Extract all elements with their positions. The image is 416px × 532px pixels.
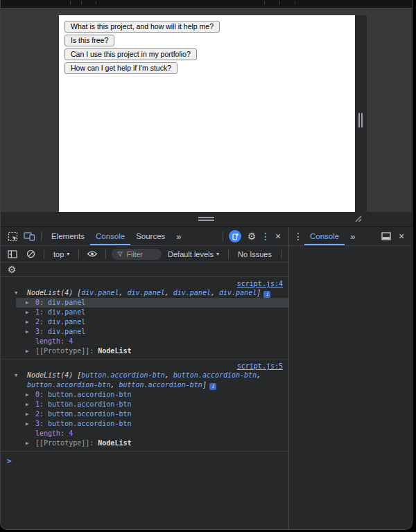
nodelist-items: ▶0:div.panel ▶1:div.panel ▶2:div.panel bbox=[1, 298, 288, 337]
preview-segment: , bbox=[165, 289, 173, 296]
preview-segment: button.accordion-btn bbox=[119, 381, 202, 389]
accordion-button[interactable]: Is this free? bbox=[64, 35, 114, 46]
info-badge-icon[interactable]: i bbox=[209, 383, 216, 390]
accordion-button[interactable]: How can I get help if I'm stuck? bbox=[64, 62, 177, 74]
nodelist-preview[interactable]: ▼NodeList(4) [button.accordion-btn, butt… bbox=[1, 371, 288, 390]
device-width-resize-handle[interactable] bbox=[358, 113, 363, 127]
issues-status[interactable]: No Issues bbox=[234, 250, 275, 258]
device-corner-resize-handle[interactable] bbox=[353, 213, 363, 223]
nodelist-preview[interactable]: ▼NodeList(4) [div.panel, div.panel, div.… bbox=[1, 288, 288, 298]
console-sidebar-toggle-icon[interactable] bbox=[5, 247, 20, 262]
tree-expand-arrow-icon[interactable]: ▼ bbox=[15, 288, 17, 298]
nodelist-item-row[interactable]: ▶0:div.panel bbox=[16, 298, 288, 308]
console-prompt[interactable]: > bbox=[1, 452, 288, 466]
page-viewport: What is this project, and how will it he… bbox=[59, 15, 355, 212]
drawer-close-icon[interactable]: × bbox=[395, 229, 408, 244]
browser-tab-strip bbox=[1, 0, 412, 8]
inspect-element-icon[interactable] bbox=[5, 229, 20, 244]
accordion-button[interactable]: Can I use this project in my portfolio? bbox=[64, 48, 197, 60]
nodelist-item-row[interactable]: ▶2:div.panel bbox=[16, 317, 288, 327]
toggle-device-toolbar-icon[interactable] bbox=[21, 229, 37, 244]
devtools-tab[interactable]: Elements bbox=[46, 227, 90, 245]
preview-segment: div.panel bbox=[219, 289, 257, 296]
preview-segment: div.panel bbox=[128, 289, 165, 296]
preview-segment: ] bbox=[202, 381, 207, 389]
toolbar-divider bbox=[41, 231, 42, 241]
preview-segment: , bbox=[110, 381, 119, 389]
close-devtools-icon[interactable]: × bbox=[272, 229, 284, 244]
prototype-value: NodeList bbox=[98, 439, 131, 447]
accordion-button[interactable]: What is this project, and how will it he… bbox=[64, 21, 220, 33]
console-filter-input[interactable] bbox=[127, 250, 156, 258]
tree-collapsed-arrow-icon[interactable]: ▶ bbox=[26, 438, 28, 448]
item-index: 0: bbox=[35, 299, 44, 306]
drawer-more-tabs-icon[interactable]: » bbox=[346, 231, 359, 242]
tree-collapsed-arrow-icon[interactable]: ▶ bbox=[26, 317, 28, 327]
device-width-resize-track[interactable] bbox=[355, 15, 367, 212]
nodelist-item-row[interactable]: ▶2:button.accordion-btn bbox=[16, 409, 288, 419]
tree-collapsed-arrow-icon[interactable]: ▶ bbox=[26, 327, 28, 337]
preview-segments: NodeList(4) [button.accordion-btn, butto… bbox=[27, 371, 261, 389]
nodelist-item-row[interactable]: ▶0:button.accordion-btn bbox=[16, 390, 288, 400]
log-levels-dropdown[interactable]: Default levels ▾ bbox=[164, 250, 223, 258]
item-value: div.panel bbox=[48, 318, 85, 326]
message-source-row: script.js:5 bbox=[1, 362, 288, 371]
nodelist-item-row[interactable]: ▶1:button.accordion-btn bbox=[16, 400, 288, 409]
prototype-row[interactable]: ▶[[Prototype]]:NodeList bbox=[16, 346, 288, 356]
console-settings-gear-icon[interactable]: ⚙ bbox=[4, 263, 19, 276]
settings-gear-icon[interactable]: ⚙ bbox=[244, 229, 259, 244]
tab-strip-divider bbox=[279, 1, 280, 5]
devtools-tabs: Elements Console Sources bbox=[46, 227, 171, 245]
prototype-row[interactable]: ▶[[Prototype]]:NodeList bbox=[16, 438, 288, 448]
source-link[interactable]: script.js:5 bbox=[237, 362, 283, 370]
item-index: 1: bbox=[35, 400, 44, 408]
devtools-tab[interactable]: Sources bbox=[130, 227, 171, 245]
live-expression-eye-icon[interactable] bbox=[85, 247, 100, 262]
preview-segment: ] bbox=[257, 289, 261, 296]
tab-strip-divider bbox=[70, 1, 71, 5]
tree-expand-arrow-icon[interactable]: ▼ bbox=[15, 371, 17, 380]
console-output: script.js:4 ▼NodeList(4) [div.panel, div… bbox=[1, 277, 288, 529]
tree-collapsed-arrow-icon[interactable]: ▶ bbox=[26, 308, 28, 317]
more-tabs-icon[interactable]: » bbox=[172, 231, 185, 242]
tree-collapsed-arrow-icon[interactable]: ▶ bbox=[26, 298, 28, 308]
preview-segment: button.accordion-btn bbox=[81, 371, 164, 379]
tree-collapsed-arrow-icon[interactable]: ▶ bbox=[26, 390, 28, 400]
nodelist-item-row[interactable]: ▶3:button.accordion-btn bbox=[16, 419, 288, 429]
drawer-console-content bbox=[289, 246, 412, 529]
toolbar-divider bbox=[228, 249, 229, 259]
execution-context-selector[interactable]: top ▾ bbox=[50, 250, 73, 258]
tree-collapsed-arrow-icon[interactable]: ▶ bbox=[26, 346, 28, 356]
preview-segment: , bbox=[211, 289, 219, 296]
length-row: length:4 bbox=[16, 337, 288, 346]
devtools-tab[interactable]: Console bbox=[90, 227, 130, 245]
drawer-tab-console[interactable]: Console bbox=[304, 227, 345, 245]
prototype-key: [[Prototype]]: bbox=[35, 347, 94, 355]
item-index: 3: bbox=[35, 328, 44, 335]
prototype-key: [[Prototype]]: bbox=[35, 439, 94, 447]
tab-strip-divider bbox=[81, 1, 82, 5]
nodelist-item-row[interactable]: ▶3:div.panel bbox=[16, 327, 288, 337]
item-value: button.accordion-btn bbox=[48, 420, 131, 427]
preview-segment: NodeList(4) bbox=[27, 289, 77, 296]
tree-collapsed-arrow-icon[interactable]: ▶ bbox=[26, 400, 28, 409]
tree-collapsed-arrow-icon[interactable]: ▶ bbox=[26, 419, 28, 429]
more-options-icon[interactable]: ⋮ bbox=[261, 229, 270, 244]
device-mode-badge-icon[interactable] bbox=[229, 230, 241, 242]
console-settings-bar: ⚙ bbox=[1, 263, 288, 277]
nodelist-items: ▶0:button.accordion-btn ▶1:button.accord… bbox=[1, 390, 288, 429]
clear-console-icon[interactable] bbox=[23, 247, 38, 262]
nodelist-item-row[interactable]: ▶1:div.panel bbox=[16, 308, 288, 317]
device-height-resize-handle[interactable] bbox=[198, 217, 214, 221]
drawer-more-options-icon[interactable]: ⋮ bbox=[293, 229, 303, 244]
drawer-toolbar: ⋮ Console » × bbox=[289, 227, 412, 246]
preview-segment: button.accordion-btn bbox=[173, 371, 257, 379]
dock-panel-icon[interactable] bbox=[379, 229, 394, 244]
console-filter-field[interactable] bbox=[112, 249, 162, 260]
device-height-resize-track[interactable] bbox=[1, 212, 412, 227]
source-link[interactable]: script.js:4 bbox=[237, 280, 283, 287]
preview-segment: , bbox=[119, 289, 127, 296]
tree-collapsed-arrow-icon[interactable]: ▶ bbox=[26, 409, 28, 419]
info-badge-icon[interactable]: i bbox=[263, 291, 270, 298]
console-filter-bar: top ▾ Default bbox=[1, 246, 288, 263]
